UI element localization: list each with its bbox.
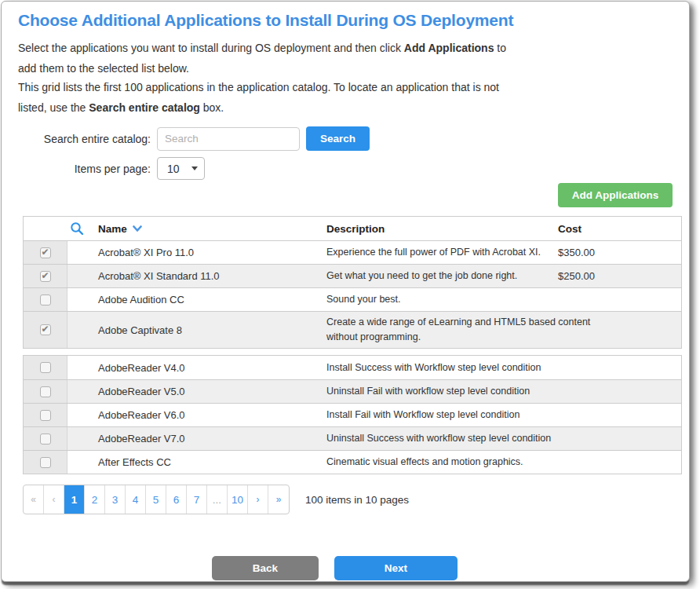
app-name: Adobe Audition CC — [67, 294, 326, 305]
intro-paragraph-1: Select the applications you want to inst… — [18, 38, 527, 79]
dialog-window: Choose Additional Applications to Instal… — [1, 1, 690, 582]
app-cost: $250.00 — [558, 270, 681, 282]
add-applications-button[interactable]: Add Applications — [558, 183, 673, 207]
page-ellipsis: ... — [207, 485, 228, 514]
header-name-label[interactable]: Name — [98, 223, 127, 235]
search-input[interactable] — [157, 127, 300, 151]
table-section-top: Name Description Cost Acrobat® XI Pro 11… — [23, 216, 682, 349]
search-button[interactable]: Search — [306, 126, 370, 151]
app-description: Create a wide range of eLearning and HTM… — [326, 312, 593, 348]
checkbox-cell — [24, 451, 67, 474]
table-row: After Effects CC Cinematic visual effect… — [24, 450, 681, 474]
checkbox-cell — [24, 241, 67, 264]
row-checkbox[interactable] — [40, 294, 51, 305]
page-number-button[interactable]: 10 — [228, 485, 248, 514]
app-name: After Effects CC — [67, 456, 326, 468]
intro-2-bold: Search entire catalog — [89, 101, 200, 114]
page-number-button[interactable]: 4 — [126, 485, 146, 514]
checkbox-cell — [24, 427, 67, 450]
page-number-button[interactable]: 3 — [105, 485, 126, 514]
row-checkbox[interactable] — [40, 386, 51, 397]
row-checkbox[interactable] — [40, 457, 51, 468]
app-cost: $350.00 — [558, 247, 681, 258]
items-per-page-select[interactable]: 10 — [157, 157, 205, 180]
app-description: Uninstall Fail with workflow step level … — [326, 381, 593, 402]
header-cost: Cost — [558, 223, 681, 235]
search-row: Search entire catalog: Search — [17, 126, 370, 151]
app-description: Sound your best. — [326, 289, 593, 310]
items-per-page-row: Items per page: 10 — [17, 157, 205, 180]
search-icon[interactable] — [70, 221, 84, 236]
pagination: « ‹ 1 2 3 4 5 6 7 ... 10 › » — [23, 485, 290, 514]
checkbox-cell — [24, 380, 67, 403]
items-per-page-label: Items per page: — [17, 163, 157, 175]
row-checkbox[interactable] — [40, 362, 51, 373]
pagination-row: « ‹ 1 2 3 4 5 6 7 ... 10 › » 100 items i… — [23, 485, 409, 514]
page-first-button[interactable]: « — [24, 485, 44, 514]
app-name: Adobe Captivate 8 — [67, 324, 326, 336]
checkbox-cell — [24, 312, 67, 348]
back-button[interactable]: Back — [212, 556, 319, 580]
page-number-button[interactable]: 7 — [187, 485, 207, 514]
table-row: Adobe Audition CC Sound your best. — [24, 287, 681, 311]
row-checkbox[interactable] — [40, 247, 51, 258]
app-description: Get what you need to get the job done ri… — [326, 265, 593, 287]
app-description: Install Success with Workflow step level… — [326, 357, 593, 379]
intro-1-bold: Add Applications — [404, 42, 494, 54]
app-description: Uninstall Success with workflow step lev… — [326, 428, 593, 449]
next-button[interactable]: Next — [334, 556, 458, 580]
app-name: AdobeReader V6.0 — [67, 409, 326, 421]
page-number-button[interactable]: 2 — [85, 485, 105, 514]
checkbox-cell — [24, 288, 67, 311]
table-section-bottom: AdobeReader V4.0 Install Success with Wo… — [23, 355, 682, 474]
table-row: AdobeReader V4.0 Install Success with Wo… — [24, 356, 681, 379]
search-label: Search entire catalog: — [17, 133, 157, 145]
table-row: Acrobat® XI Standard 11.0 Get what you n… — [24, 264, 681, 287]
row-checkbox[interactable] — [40, 271, 51, 282]
checkbox-cell — [24, 356, 67, 379]
table-row: AdobeReader V7.0 Uninstall Success with … — [24, 426, 681, 450]
row-checkbox[interactable] — [40, 434, 51, 444]
page-number-button[interactable]: 6 — [166, 485, 187, 514]
intro-1-text: Select the applications you want to inst… — [18, 42, 404, 54]
app-name: AdobeReader V5.0 — [67, 386, 326, 397]
table-row: Acrobat® XI Pro 11.0 Experience the full… — [24, 240, 681, 264]
page-next-button[interactable]: › — [248, 485, 268, 514]
header-description: Description — [326, 223, 558, 235]
chevron-down-icon — [191, 166, 198, 170]
checkbox-cell — [24, 265, 67, 287]
items-count-summary: 100 items in 10 pages — [305, 494, 409, 506]
app-description: Experience the full power of PDF with Ac… — [326, 242, 593, 263]
checkbox-cell — [24, 404, 67, 426]
page-title: Choose Additional Applications to Instal… — [18, 11, 513, 30]
app-name: Acrobat® XI Standard 11.0 — [67, 270, 326, 282]
table-header-row: Name Description Cost — [24, 217, 681, 240]
page-prev-button[interactable]: ‹ — [44, 485, 64, 514]
app-name: Acrobat® XI Pro 11.0 — [67, 247, 326, 258]
intro-2-text-end: box. — [200, 101, 224, 114]
page-last-button[interactable]: » — [268, 485, 289, 514]
app-description: Cinematic visual effects and motion grap… — [326, 452, 593, 473]
items-per-page-value: 10 — [167, 163, 191, 175]
applications-table: Name Description Cost Acrobat® XI Pro 11… — [23, 216, 682, 474]
table-row: AdobeReader V6.0 Install Fail with Workf… — [24, 403, 681, 426]
row-checkbox[interactable] — [40, 324, 51, 335]
sort-descending-icon[interactable] — [133, 225, 142, 232]
table-row: AdobeReader V5.0 Uninstall Fail with wor… — [24, 379, 681, 403]
page-number-button[interactable]: 5 — [146, 485, 166, 514]
row-checkbox[interactable] — [40, 410, 51, 421]
app-name: AdobeReader V4.0 — [67, 362, 326, 374]
app-description: Install Fail with Workflow step level co… — [326, 404, 593, 426]
intro-paragraph-2: This grid lists the first 100 applicatio… — [18, 77, 527, 118]
page-number-button[interactable]: 1 — [64, 485, 85, 514]
header-name[interactable]: Name — [67, 221, 326, 236]
app-name: AdobeReader V7.0 — [67, 433, 326, 444]
table-row: Adobe Captivate 8 Create a wide range of… — [24, 311, 681, 348]
